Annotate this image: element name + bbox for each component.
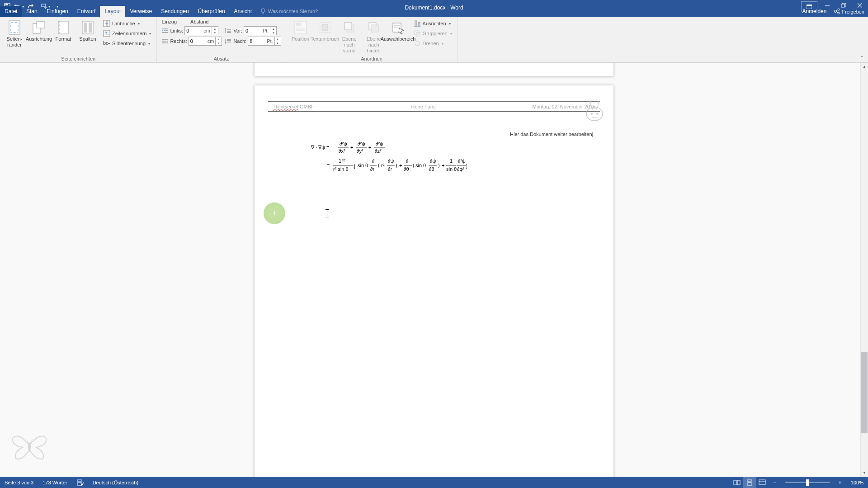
auswahlbereich-button[interactable]: Auswahlbereich <box>387 18 410 55</box>
share-icon <box>834 8 840 14</box>
svg-text:∂²ψ: ∂²ψ <box>376 141 383 146</box>
status-page[interactable]: Seite 3 von 3 <box>0 477 38 488</box>
scroll-thumb[interactable] <box>861 352 868 433</box>
rechts-spinner[interactable]: cm▲▼ <box>189 37 222 46</box>
zoom-slider[interactable] <box>785 482 830 483</box>
umbrueche-button[interactable]: Umbrüche▾ <box>101 19 153 28</box>
columns-icon <box>80 20 95 35</box>
vor-spinner[interactable]: Pt.▲▼ <box>244 26 277 35</box>
links-spinner[interactable]: cm▲▼ <box>184 26 218 35</box>
svg-text:1: 1 <box>339 158 341 164</box>
svg-text:(: ( <box>378 163 380 168</box>
vertical-scrollbar[interactable]: ▲ ▼ <box>860 63 868 477</box>
zeilennummern-button[interactable]: 12Zeilennummern▾ <box>101 29 153 38</box>
svg-rect-1 <box>5 4 8 5</box>
tab-einfuegen[interactable]: Einfügen <box>42 6 72 17</box>
zoom-out-button[interactable]: − <box>769 477 781 488</box>
selection-pane-icon <box>391 20 406 35</box>
status-words[interactable]: 173 Wörter <box>38 477 71 488</box>
body-right-sidebar[interactable]: Hier das Dokument weiter bearbeiten| <box>503 130 600 180</box>
align-icon <box>414 20 421 27</box>
spalten-button[interactable]: Spalten <box>76 18 99 55</box>
svg-text:∂²ψ: ∂²ψ <box>358 141 365 146</box>
page-body: ∇ · ∇ψ = ∂²ψ∂x² + ∂²ψ∂y² + ∂²ψ∂z² = 1≅r²… <box>268 130 600 180</box>
scroll-down-button[interactable]: ▼ <box>861 469 868 477</box>
margins-icon <box>7 20 22 35</box>
sidebar-text: Hier das Dokument weiter bearbeiten| <box>510 131 593 137</box>
svg-text:+: + <box>399 163 402 168</box>
size-icon <box>56 20 71 35</box>
svg-text:[: [ <box>354 164 355 169</box>
hyphenation-icon: bc <box>103 40 110 47</box>
svg-text:∂ψ: ∂ψ <box>388 158 394 164</box>
svg-rect-25 <box>84 23 87 33</box>
svg-line-17 <box>836 12 838 13</box>
links-label: Links: <box>170 28 183 33</box>
document-title: Dokument1.docx - Word <box>405 5 463 11</box>
indent-right-icon <box>161 38 169 45</box>
tab-ansicht[interactable]: Ansicht <box>230 6 256 17</box>
ebene-vorne-button: Ebene nach vorne <box>338 18 361 55</box>
anmelden-button[interactable]: Anmelden <box>798 6 830 17</box>
tell-me-search[interactable]: Was möchten Sie tun? <box>256 6 321 17</box>
silbentrennung-button[interactable]: bcSilbentrennung▾ <box>101 39 153 48</box>
title-bar: ▾ ▾ ▾ Dokument1.docx - Word Datei Start … <box>0 0 868 17</box>
orientation-icon <box>32 20 46 35</box>
freigeben-button[interactable]: Freigeben <box>830 6 868 17</box>
tab-verweise[interactable]: Verweise <box>125 6 156 17</box>
view-read-button[interactable] <box>731 477 743 488</box>
svg-line-16 <box>836 10 838 11</box>
svg-rect-127 <box>734 480 736 485</box>
svg-text:∂y²: ∂y² <box>357 148 363 154</box>
zoom-in-button[interactable]: + <box>834 477 846 488</box>
svg-text:r² sin θ: r² sin θ <box>333 166 349 172</box>
zoom-level[interactable]: 100% <box>846 477 868 488</box>
abstand-label: Abstand <box>190 19 208 24</box>
svg-rect-21 <box>37 22 45 28</box>
tab-ueberpruefen[interactable]: Überprüfen <box>193 6 230 17</box>
svg-text:r²: r² <box>381 163 385 168</box>
tab-sendungen[interactable]: Sendungen <box>156 6 193 17</box>
scroll-up-button[interactable]: ▲ <box>861 63 868 70</box>
ausrichtung-button[interactable]: Ausrichtung <box>27 18 51 55</box>
page-current[interactable]: Thinksecret GMBH Rene Fürst Montag, 02. … <box>255 85 613 477</box>
ausrichten-button[interactable]: Ausrichten▾ <box>412 19 454 28</box>
tab-entwurf[interactable]: Entwurf <box>73 6 100 17</box>
drehen-button: Drehen▾ <box>412 39 454 48</box>
svg-rect-70 <box>418 22 420 26</box>
rechts-label: Rechts: <box>170 38 187 44</box>
svg-text:∂θ: ∂θ <box>404 166 409 172</box>
svg-point-13 <box>835 10 837 12</box>
view-web-button[interactable] <box>756 477 769 488</box>
body-left-column[interactable]: ∇ · ∇ψ = ∂²ψ∂x² + ∂²ψ∂y² + ∂²ψ∂z² = 1≅r²… <box>268 130 503 180</box>
nach-spinner[interactable]: Pt.▲▼ <box>248 37 281 46</box>
svg-rect-69 <box>415 21 417 26</box>
wrap-text-icon <box>318 20 332 35</box>
svg-text:sin θ: sin θ <box>446 166 457 172</box>
group-anordnen: Position Textumbruch Ebene nach vorne Eb… <box>286 17 458 62</box>
svg-text:sin θ: sin θ <box>415 163 426 168</box>
indent-left-icon <box>161 27 169 34</box>
equation-block: ∇ · ∇ψ = ∂²ψ∂x² + ∂²ψ∂y² + ∂²ψ∂z² = 1≅r²… <box>268 139 494 180</box>
header-logo-icon <box>581 97 608 122</box>
seitenraender-button[interactable]: Seiten- ränder <box>3 18 26 55</box>
page-previous: S. 1 Rene Fürst <box>255 63 613 76</box>
svg-text:∇ · ∇ψ =: ∇ · ∇ψ = <box>311 145 330 150</box>
zoom-slider-thumb[interactable] <box>806 479 809 486</box>
status-language[interactable]: Deutsch (Österreich) <box>88 477 143 488</box>
view-print-button[interactable] <box>743 477 756 488</box>
format-button[interactable]: Format <box>52 18 75 55</box>
tab-start[interactable]: Start <box>22 6 42 17</box>
collapse-ribbon-button[interactable]: ˄ <box>857 54 866 61</box>
svg-text:+: + <box>350 145 353 150</box>
svg-text:∂r: ∂r <box>388 166 392 172</box>
svg-text:∂²ψ: ∂²ψ <box>340 141 347 146</box>
svg-text:∂z²: ∂z² <box>375 148 382 154</box>
tab-datei[interactable]: Datei <box>0 6 22 17</box>
ebene-hinten-button: Ebene nach hinten <box>362 18 386 55</box>
status-proofing[interactable] <box>72 477 88 488</box>
rotate-icon <box>414 40 421 47</box>
status-bar: Seite 3 von 3 173 Wörter Deutsch (Österr… <box>0 477 868 488</box>
svg-text:+: + <box>442 163 444 168</box>
tab-layout[interactable]: Layout <box>100 6 125 17</box>
